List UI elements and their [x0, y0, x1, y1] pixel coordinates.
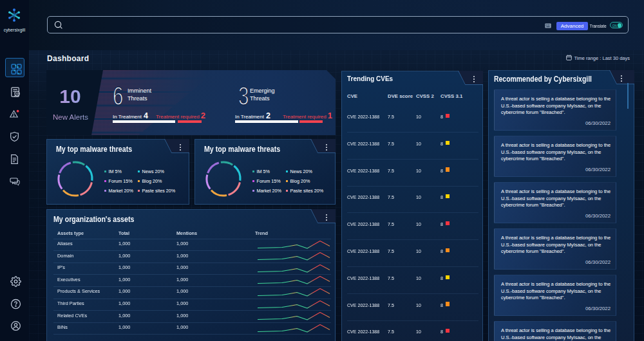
svg-text:3: 3	[238, 84, 249, 110]
svg-text:6: 6	[113, 84, 123, 110]
